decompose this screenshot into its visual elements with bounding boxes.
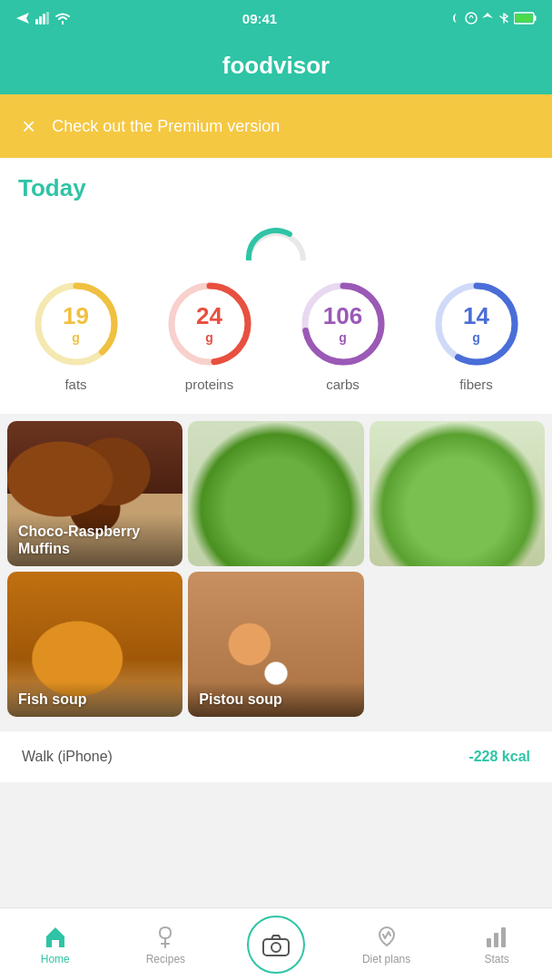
- walk-kcal: -228 kcal: [468, 749, 530, 765]
- fats-number: 19: [63, 302, 89, 329]
- bluetooth-icon: [498, 12, 510, 24]
- calorie-ring-partial: [240, 220, 312, 260]
- app-logo: foodvisor: [222, 52, 330, 80]
- nav-recipes-label: Recipes: [146, 953, 185, 965]
- nav-recipes[interactable]: Recipes: [111, 924, 222, 965]
- logo-visor: visor: [273, 52, 330, 79]
- news-button[interactable]: [18, 47, 54, 83]
- macro-fats-value: 19 g: [63, 303, 89, 345]
- pistou-label: Pistou soup: [199, 691, 282, 707]
- plane-icon: [15, 12, 31, 24]
- app-header: foodvisor: [0, 36, 552, 94]
- premium-text: Check out the Premium version: [52, 117, 280, 136]
- apple1-image: [188, 421, 363, 566]
- macro-carbs: 106 g carbs: [298, 279, 389, 392]
- proteins-unit: g: [205, 330, 213, 345]
- food-grid: Choco-Raspberry Muffins Fish soup Pistou…: [0, 414, 552, 724]
- macro-fibers-value: 14 g: [463, 303, 489, 345]
- nav-stats-label: Stats: [484, 953, 508, 965]
- home-icon: [43, 924, 68, 949]
- svg-rect-28: [487, 938, 491, 947]
- nav-camera[interactable]: [221, 916, 331, 974]
- svg-rect-29: [494, 933, 498, 947]
- carbs-number: 106: [323, 302, 362, 329]
- signal-icon: [35, 12, 50, 24]
- logo-food: food: [222, 52, 273, 79]
- muffin-label: Choco-Raspberry Muffins: [18, 524, 140, 556]
- macro-carbs-value: 106 g: [323, 303, 362, 345]
- status-left-icons: [15, 12, 71, 24]
- nav-stats[interactable]: Stats: [441, 924, 552, 965]
- camera-icon: [261, 932, 291, 957]
- proteins-label: proteins: [185, 377, 233, 392]
- stats-icon: [484, 924, 509, 949]
- svg-rect-1: [39, 16, 42, 24]
- svg-rect-2: [43, 14, 45, 24]
- status-time: 09:41: [242, 11, 277, 26]
- walk-label: Walk (iPhone): [22, 749, 113, 765]
- svg-point-27: [271, 943, 281, 952]
- today-label: Today: [18, 174, 534, 202]
- macro-proteins-value: 24 g: [196, 303, 222, 345]
- premium-banner[interactable]: × Check out the Premium version: [0, 94, 552, 158]
- macro-fats: 19 g fats: [31, 279, 122, 392]
- food-item-apple1[interactable]: [188, 421, 363, 566]
- diet-plans-icon: [374, 924, 399, 949]
- moon-icon: [448, 12, 461, 24]
- macro-fibers: 14 g fibers: [431, 279, 522, 392]
- wifi-icon: [54, 13, 71, 24]
- apple2-image: [370, 421, 545, 566]
- nav-diet-plans[interactable]: Diet plans: [331, 924, 442, 965]
- premium-close-button[interactable]: ×: [22, 113, 35, 141]
- lock-icon: [465, 12, 478, 24]
- svg-rect-6: [535, 15, 537, 21]
- carbs-unit: g: [339, 330, 347, 345]
- fish-overlay: Fish soup: [7, 681, 182, 717]
- proteins-number: 24: [196, 302, 222, 329]
- macro-carbs-ring: 106 g: [298, 279, 389, 369]
- food-item-pistou-soup[interactable]: Pistou soup: [188, 572, 363, 717]
- camera-button[interactable]: [247, 916, 305, 974]
- location-icon: [481, 12, 494, 24]
- fats-unit: g: [72, 330, 80, 345]
- macro-fats-ring: 19 g: [31, 279, 122, 369]
- muffin-overlay: Choco-Raspberry Muffins: [7, 514, 182, 566]
- svg-rect-30: [501, 927, 506, 947]
- chat-button[interactable]: [498, 47, 534, 83]
- fats-label: fats: [64, 377, 86, 392]
- svg-rect-7: [516, 15, 533, 23]
- recipes-icon: [153, 924, 178, 949]
- svg-rect-0: [35, 19, 38, 24]
- carbs-label: carbs: [326, 377, 360, 392]
- status-right-icons: [448, 12, 537, 24]
- battery-icon: [514, 12, 537, 24]
- food-item-muffins[interactable]: Choco-Raspberry Muffins: [7, 421, 182, 566]
- status-bar: 09:41: [0, 0, 552, 36]
- macros-row: 19 g fats 24 g proteins 106: [0, 260, 552, 414]
- food-item-apple2[interactable]: [370, 421, 545, 566]
- svg-rect-26: [263, 939, 289, 956]
- calorie-arc: [18, 217, 534, 260]
- macro-fibers-ring: 14 g: [431, 279, 522, 369]
- nav-home[interactable]: Home: [0, 924, 111, 965]
- food-item-fish-soup[interactable]: Fish soup: [7, 572, 182, 717]
- pistou-overlay: Pistou soup: [188, 681, 363, 717]
- svg-point-4: [466, 13, 477, 24]
- macro-proteins-ring: 24 g: [164, 279, 255, 369]
- fibers-number: 14: [463, 302, 489, 329]
- macro-proteins: 24 g proteins: [164, 279, 255, 392]
- nav-diet-plans-label: Diet plans: [362, 953, 410, 965]
- bottom-nav: Home Recipes Diet plans: [0, 907, 552, 980]
- nav-home-label: Home: [41, 953, 70, 965]
- today-header: Today: [0, 158, 552, 260]
- walk-row[interactable]: Walk (iPhone) -228 kcal: [0, 731, 552, 782]
- fish-label: Fish soup: [18, 691, 87, 707]
- svg-rect-3: [46, 12, 49, 24]
- fibers-label: fibers: [459, 377, 493, 392]
- fibers-unit: g: [472, 330, 480, 345]
